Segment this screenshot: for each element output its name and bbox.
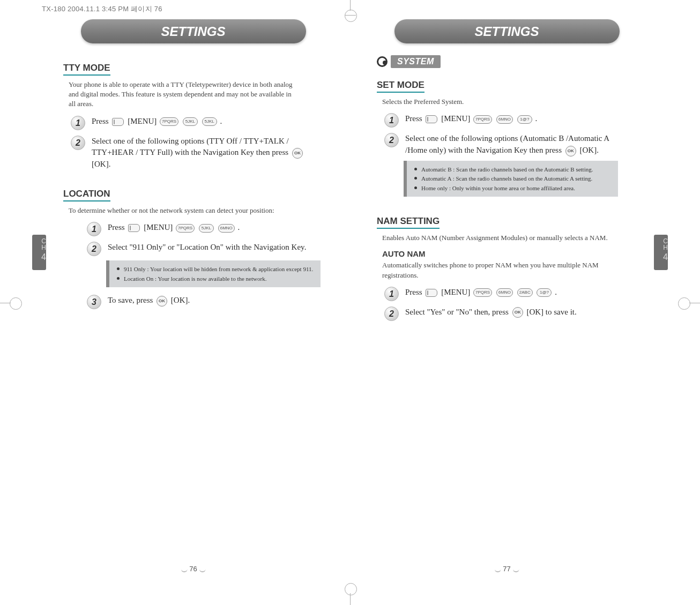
autonam-step-1: 1 Press [MENU] 7PQRS 6MNO 2ABC 1@? .: [384, 287, 620, 301]
key-2: 2ABC: [517, 288, 533, 297]
press-label: Press: [405, 288, 422, 296]
crop-mark-left: [0, 303, 11, 303]
step-text-span: Select one of the following options (Aut…: [405, 134, 609, 154]
menu-label: [MENU]: [128, 117, 157, 125]
chapter-tab-left: C H 4: [32, 235, 46, 270]
step-badge-2: 2: [71, 136, 85, 150]
nam-setting-desc: Enables Auto NAM (Number Assignment Modu…: [382, 233, 613, 243]
info-row: Location On : Your location is now avail…: [117, 274, 315, 283]
key-7: 7PQRS: [473, 288, 492, 297]
ok-label: [OK].: [580, 146, 599, 154]
step-badge-1: 1: [384, 113, 399, 128]
ok-key-icon: OK: [565, 146, 576, 156]
soft-key-icon: [128, 224, 140, 232]
key-1: 1@?: [537, 288, 552, 297]
period: .: [220, 117, 222, 125]
menu-label: [MENU]: [441, 288, 470, 296]
info-row: 911 Only : Your location will be hidden …: [117, 265, 315, 274]
setmode-step-2-text: Select one of the following options (Aut…: [405, 133, 620, 156]
page-title-pill: SETTINGS: [81, 19, 306, 43]
period: .: [238, 223, 240, 231]
tty-mode-heading: TTY MODE: [63, 63, 110, 76]
page-76: C H 4 SETTINGS TTY MODE Your phone is ab…: [36, 14, 350, 576]
info-text: Automatic B : Scan the radio channels ba…: [421, 165, 613, 174]
crop-mark-top: [350, 0, 351, 11]
info-text: 911 Only : Your location will be hidden …: [124, 265, 315, 274]
info-text: Location On : Your location is now avail…: [124, 274, 315, 283]
location-desc: To determine whether or not the network …: [69, 206, 299, 215]
system-section-label: SYSTEM: [377, 55, 642, 68]
menu-label: [MENU]: [144, 223, 173, 231]
auto-nam-desc: Automatically switches phone to proper N…: [382, 260, 613, 280]
ok-label: [OK].: [171, 296, 190, 304]
period: .: [535, 114, 538, 123]
location-step-1-text: Press [MENU] 7PQRS 5JKL 6MNO .: [108, 222, 323, 234]
tty-step-1: 1 Press [MENU] 7PQRS 5JKL 5JKL .: [71, 116, 307, 130]
press-label: Press: [92, 117, 109, 125]
section-bullet-icon: [377, 56, 388, 67]
crop-mark-right: [689, 303, 700, 303]
key-6: 6MNO: [218, 224, 235, 233]
bullet-icon: [117, 277, 120, 280]
ok-key-icon: OK: [292, 148, 303, 159]
step-badge-2: 2: [384, 307, 399, 321]
autonam-step-1-text: Press [MENU] 7PQRS 6MNO 2ABC 1@? .: [405, 287, 620, 298]
setmode-step-1-text: Press [MENU] 7PQRS 6MNO 1@? .: [405, 113, 620, 125]
step-text-span: To save, press: [108, 296, 153, 304]
info-row: Automatic B : Scan the radio channels ba…: [414, 165, 613, 174]
bullet-icon: [117, 267, 120, 270]
location-step-1: 1 Press [MENU] 7PQRS 5JKL 6MNO .: [87, 222, 323, 236]
chapter-tab-num: 4: [41, 253, 46, 262]
chapter-tab-num: 4: [663, 253, 668, 262]
location-step-3: 3 To save, press OK [OK].: [87, 295, 323, 309]
page-77: C H 4 SETTINGS SYSTEM SET MODE Selects t…: [350, 14, 664, 576]
key-5b: 5JKL: [202, 117, 217, 126]
soft-key-icon: [426, 289, 437, 297]
auto-nam-heading: AUTO NAM: [382, 249, 642, 258]
key-5: 5JKL: [199, 224, 214, 233]
tty-step-2: 2 Select one of the following options (T…: [71, 136, 307, 170]
bullet-icon: [414, 168, 417, 170]
bullet-icon: [414, 177, 417, 180]
info-text: Home only : Only within your home area o…: [421, 184, 613, 193]
key-1: 1@?: [517, 115, 532, 124]
location-step-3-text: To save, press OK [OK].: [108, 295, 323, 307]
soft-key-icon: [426, 115, 437, 123]
step-badge-1: 1: [384, 287, 399, 301]
step-text-span: Select "Yes" or "No" then, press: [405, 308, 509, 316]
set-mode-desc: Selects the Preferred System.: [382, 97, 613, 107]
location-info-box: 911 Only : Your location will be hidden …: [106, 260, 321, 287]
setmode-step-1: 1 Press [MENU] 7PQRS 6MNO 1@? .: [384, 113, 620, 128]
page-spread: C H 4 SETTINGS TTY MODE Your phone is ab…: [36, 14, 664, 576]
tty-step-1-text: Press [MENU] 7PQRS 5JKL 5JKL .: [92, 116, 307, 128]
page-number-77: 77: [492, 565, 521, 573]
location-heading: LOCATION: [63, 189, 110, 201]
info-row: Automatic A : Scan the radio channels ba…: [414, 174, 613, 183]
system-label-text: SYSTEM: [391, 55, 441, 68]
ok-key-icon: OK: [512, 307, 523, 318]
key-5: 5JKL: [183, 117, 198, 126]
tty-step-2-text: Select one of the following options (TTY…: [92, 136, 307, 170]
step-badge-1: 1: [71, 116, 85, 130]
chapter-tab-ch2: H: [41, 244, 46, 251]
page-number-76: 76: [178, 565, 207, 573]
key-6: 6MNO: [496, 115, 513, 124]
press-label: Press: [108, 223, 125, 231]
menu-label: [MENU]: [441, 114, 470, 123]
crop-mark-bottom: [350, 593, 351, 605]
location-step-2-text: Select "911 Only" or "Location On" with …: [108, 242, 323, 253]
file-meta-header: TX-180 2004.11.1 3:45 PM 페이지 76: [42, 4, 162, 14]
step-badge-3: 3: [87, 295, 101, 309]
setmode-step-2: 2 Select one of the following options (A…: [384, 133, 620, 156]
location-step-2: 2 Select "911 Only" or "Location On" wit…: [87, 242, 323, 256]
ok-label: [OK] to save it.: [526, 308, 576, 316]
autonam-step-2-text: Select "Yes" or "No" then, press OK [OK]…: [405, 307, 620, 318]
autonam-step-2: 2 Select "Yes" or "No" then, press OK [O…: [384, 307, 620, 321]
info-text: Automatic A : Scan the radio channels ba…: [421, 174, 613, 183]
step-badge-1b: 1: [87, 222, 101, 236]
key-7: 7PQRS: [160, 117, 178, 126]
chapter-tab-right: C H 4: [654, 235, 668, 270]
press-label: Press: [405, 114, 422, 123]
tty-mode-desc: Your phone is able to operate with a TTY…: [69, 80, 299, 109]
ok-label: [OK].: [92, 160, 110, 168]
